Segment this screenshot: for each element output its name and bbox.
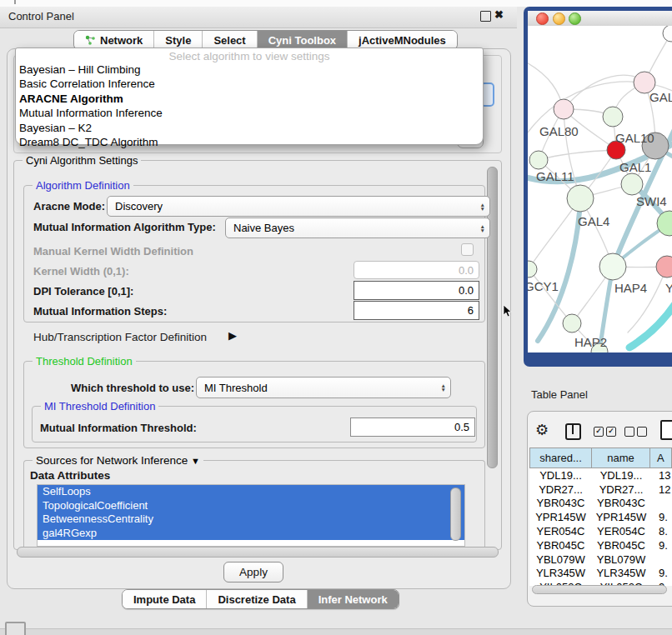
column-header[interactable]: name (592, 448, 650, 468)
data-attribute-item[interactable]: gal4RGexp (38, 527, 464, 541)
aracne-mode-select[interactable]: Discovery ▲▼ (107, 196, 490, 217)
network-node-GAL80[interactable] (554, 99, 574, 119)
mi-type-select[interactable]: Naive Bayes ▲▼ (225, 218, 490, 238)
which-threshold-value: MI Threshold (204, 382, 268, 394)
stepper-icon: ▲▼ (480, 224, 485, 232)
sources-title-text: Sources for Network Inference (36, 454, 188, 467)
data-attribute-item[interactable]: BetweennessCentrality (38, 512, 464, 527)
tab-style[interactable]: Style (153, 31, 202, 49)
table-cell: YDL19... (592, 468, 650, 482)
table-cell: 9. (650, 567, 672, 581)
zoom-window-icon[interactable] (569, 12, 581, 25)
network-node[interactable] (663, 26, 672, 42)
stepper-icon: ▲▼ (480, 202, 485, 211)
table-row[interactable]: YDR27...YDR27...12 (529, 482, 672, 497)
algorithm-option[interactable]: Bayesian – K2 (16, 121, 483, 135)
network-icon (85, 35, 96, 46)
tab-discretize-data-label: Discretize Data (218, 593, 295, 606)
cyni-algorithm-settings-title: Cyni Algorithm Settings (23, 154, 141, 167)
sources-title: Sources for Network Inference ▼ (33, 454, 203, 467)
bottom-left-widget[interactable] (5, 622, 26, 635)
close-window-icon[interactable] (536, 12, 549, 25)
node-label-HAP2: HAP2 (574, 335, 607, 349)
table-row[interactable]: YBR045CYBR045C9. (529, 538, 672, 552)
attributes-scrollbar[interactable] (450, 488, 461, 541)
close-icon[interactable]: ✖ (494, 8, 504, 21)
checked-checkbox-icon[interactable]: ✓ (594, 427, 604, 437)
data-attributes-label: Data Attributes (30, 469, 110, 482)
mi-steps-field[interactable]: 6 (354, 301, 479, 320)
network-window-titlebar[interactable] (528, 11, 672, 27)
table-cell: YER054C (529, 524, 592, 538)
dpi-tolerance-label: DPI Tolerance [0,1]: (33, 285, 133, 298)
tab-cyni-toolbox[interactable]: Cyni Toolbox (257, 31, 347, 49)
table-row[interactable]: YPR145WYPR145W9. (529, 510, 672, 524)
table-cell: YLR345W (529, 567, 592, 581)
data-attribute-item[interactable]: SelfLoops (38, 485, 464, 499)
algorithm-option[interactable]: Bayesian – Hill Climbing (16, 62, 483, 77)
table-row[interactable]: YDL19...YDL19...13 (529, 468, 672, 482)
manual-kernel-label: Manual Kernel Width Definition (33, 245, 193, 258)
network-node-GAL11[interactable] (529, 151, 548, 169)
table-cell: YBL079W (592, 552, 650, 567)
tab-style-label: Style (165, 34, 191, 47)
tab-jactivemnodules[interactable]: jActiveMNodules (347, 31, 457, 49)
algorithm-definition-title: Algorithm Definition (33, 179, 133, 192)
minimize-window-icon[interactable] (553, 12, 565, 25)
algorithm-option[interactable]: Mutual Information Inference (16, 106, 483, 120)
network-node-Y[interactable] (656, 256, 672, 278)
table-row[interactable]: YBR043CYBR043C (529, 497, 672, 511)
data-attributes-list[interactable]: SelfLoopsTopologicalCoefficientBetweenne… (37, 484, 465, 547)
settings-horizontal-scrollbar[interactable] (17, 547, 499, 558)
table-horizontal-scrollbar[interactable] (532, 585, 667, 594)
algorithm-option[interactable]: Basic Correlation Inference (16, 77, 483, 91)
table-body: YDL19...YDL19...13YDR27...YDR27...12YBR0… (529, 468, 672, 586)
mi-threshold-field[interactable]: 0.5 (350, 418, 475, 437)
table-row[interactable]: YER054CYER054C8. (529, 524, 672, 538)
network-canvas[interactable]: GALGAL80GAL10GAL1GAL11SWI4GAL4GCY1HAP4YH… (528, 26, 672, 352)
data-attribute-item[interactable]: TopologicalCoefficient (38, 499, 464, 513)
algorithm-option[interactable]: ARACNE Algorithm (16, 92, 483, 106)
collapse-down-icon[interactable]: ▼ (191, 456, 200, 466)
tab-infer-network[interactable]: Infer Network (307, 590, 399, 608)
expand-right-icon[interactable]: ▶ (228, 329, 237, 342)
table-row[interactable]: YBL079WYBL079W (529, 552, 672, 567)
tab-impute-data[interactable]: Impute Data (123, 590, 206, 608)
table-cell: YPR145W (529, 510, 592, 524)
document-icon[interactable] (660, 420, 672, 440)
network-node-GAL10[interactable] (603, 107, 623, 127)
split-columns-icon[interactable] (565, 423, 581, 440)
mi-type-label: Mutual Information Algorithm Type: (33, 221, 216, 233)
column-header[interactable]: A (650, 448, 672, 468)
node-table: shared...nameA YDL19...YDL19...13YDR27..… (529, 448, 672, 586)
table-cell: YBR045C (592, 538, 650, 552)
dpi-tolerance-value: 0.0 (459, 284, 474, 297)
manual-kernel-checkbox[interactable] (461, 243, 474, 256)
unchecked-checkbox-icon[interactable] (637, 427, 647, 437)
checked-checkbox-icon[interactable]: ✓ (606, 427, 616, 437)
network-node-SWI4[interactable] (621, 173, 643, 195)
float-panel-icon[interactable] (480, 11, 491, 22)
mi-steps-value: 6 (468, 304, 474, 317)
table-cell: YPR145W (592, 510, 650, 524)
column-header[interactable]: shared... (529, 448, 592, 468)
tab-network[interactable]: Network (74, 31, 153, 49)
gear-icon[interactable]: ⚙ (535, 421, 549, 439)
which-threshold-select[interactable]: MI Threshold ▲▼ (196, 377, 451, 398)
apply-button[interactable]: Apply (223, 562, 283, 582)
network-node-HAP4[interactable] (599, 253, 626, 280)
table-row[interactable]: YLR345WYLR345W9. (529, 567, 672, 581)
table-cell: YER054C (592, 524, 650, 538)
kernel-width-field[interactable]: 0.0 (354, 261, 479, 279)
network-node-GAL4[interactable] (567, 185, 594, 212)
table-cell: YBR043C (592, 497, 650, 511)
screen: Control Panel ✖ Network Style Select Cyn… (0, 0, 672, 635)
network-node-HAP2[interactable] (563, 314, 581, 332)
tab-discretize-data[interactable]: Discretize Data (206, 590, 306, 608)
unchecked-checkbox-icon[interactable] (624, 427, 634, 437)
tab-select[interactable]: Select (202, 31, 256, 49)
dpi-tolerance-field[interactable]: 0.0 (354, 281, 479, 300)
network-node-GCY1[interactable] (528, 261, 537, 278)
node-label-GAL10: GAL10 (615, 131, 654, 145)
algorithm-option[interactable]: Dream8 DC_TDC Algorithm (16, 135, 483, 149)
